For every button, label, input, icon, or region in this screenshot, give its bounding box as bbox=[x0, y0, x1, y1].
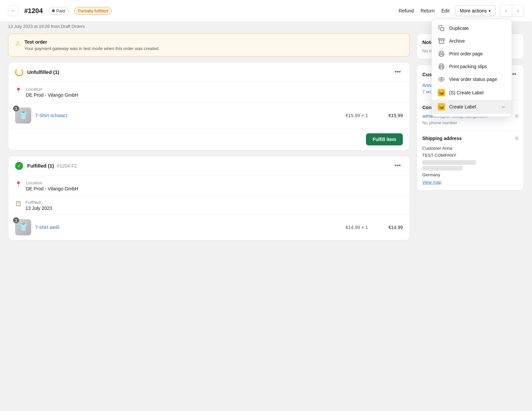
prev-icon: ‹ bbox=[505, 8, 507, 13]
create-label-icon: 📦 bbox=[438, 103, 445, 110]
fulfilled-icon: ✓ bbox=[15, 162, 23, 170]
fulfilled-date-info: Fulfilled 13 July 2023 bbox=[25, 200, 52, 211]
duplicate-label: Duplicate bbox=[449, 26, 469, 31]
print-slips-label: Print packing slips bbox=[449, 64, 487, 69]
fulfilled-quantity-badge: 1 bbox=[13, 217, 19, 223]
svg-point-5 bbox=[441, 79, 442, 80]
shipping-header: Shipping address ⎘ bbox=[422, 136, 518, 141]
fulfilled-ref: #1204-F2 bbox=[57, 163, 77, 169]
archive-label: Archive bbox=[449, 38, 465, 44]
tshirt-icon: 👕 bbox=[19, 111, 28, 120]
unfulfilled-product-name[interactable]: T-Shirt schwarz bbox=[35, 113, 341, 118]
unfulfilled-product-price: €15,99 × 1 bbox=[345, 113, 368, 118]
chevron-down-icon: ▾ bbox=[489, 9, 491, 13]
eye-icon bbox=[438, 76, 445, 82]
svg-rect-3 bbox=[440, 54, 443, 56]
addr-country: Germany bbox=[422, 172, 518, 179]
return-button[interactable]: Return bbox=[419, 6, 436, 15]
location-info: Location DE Prod - Vilango GmbH bbox=[26, 87, 78, 98]
fulfilled-more-button[interactable]: ••• bbox=[392, 162, 403, 170]
fulfilled-card: ✓ Fulfilled (1) #1204-F2 ••• 📍 Location … bbox=[8, 156, 410, 240]
fulfilled-location-info: Location DE Prod - Vilango GmbH bbox=[26, 180, 78, 191]
dropdown-duplicate[interactable]: Duplicate bbox=[432, 22, 512, 35]
next-order-button[interactable]: › bbox=[512, 5, 524, 17]
fulfilled-location-label: Location bbox=[26, 180, 78, 185]
paid-badge: Paid bbox=[48, 7, 69, 15]
order-date: 13 July 2023 at 19:26 from Draft Orders bbox=[8, 24, 85, 29]
fulfilled-product-name[interactable]: T-shirt weiß bbox=[35, 225, 341, 230]
more-actions-button[interactable]: More actions ▾ bbox=[455, 5, 496, 16]
back-button[interactable]: ← bbox=[8, 5, 19, 16]
location-label: Location bbox=[26, 87, 78, 92]
calendar-icon: 📋 bbox=[15, 200, 21, 207]
warning-title: Test order bbox=[24, 39, 160, 45]
header-actions: Refund Return Edit More actions ▾ ‹ › bbox=[397, 5, 524, 17]
shipping-title: Shipping address bbox=[422, 136, 462, 141]
back-icon: ← bbox=[11, 8, 16, 14]
fulfilled-date-row: 📋 Fulfilled 13 July 2023 bbox=[8, 196, 410, 215]
duplicate-icon bbox=[438, 25, 445, 31]
quantity-badge: 1 bbox=[13, 105, 19, 111]
dropdown-view-status[interactable]: View order status page bbox=[432, 73, 512, 86]
location-value: DE Prod - Vilango GmbH bbox=[26, 92, 78, 98]
arrow-indicator: ← bbox=[501, 103, 507, 110]
fulfill-button[interactable]: Fulfill item bbox=[366, 133, 403, 145]
dropdown-create-label[interactable]: 📦 Create Label ← bbox=[432, 100, 512, 114]
left-column: ⚠ Test order Your payment gateway was in… bbox=[8, 34, 410, 240]
addr-company: TEST COMPANY bbox=[422, 152, 518, 159]
fulfilled-date-label: Fulfilled bbox=[25, 200, 52, 205]
s-create-label-icon: 📦 bbox=[438, 89, 445, 96]
prev-order-button[interactable]: ‹ bbox=[500, 5, 512, 17]
s-create-label-text: (S) Create Label bbox=[449, 90, 484, 95]
page-wrapper: ← #1204 Paid Partially fulfilled Refund … bbox=[0, 0, 532, 411]
svg-rect-4 bbox=[440, 67, 443, 69]
view-status-label: View order status page bbox=[449, 77, 497, 82]
print-slips-icon bbox=[438, 63, 445, 70]
print-order-label: Print order page bbox=[449, 51, 483, 56]
location-icon: 📍 bbox=[15, 87, 22, 94]
order-number: #1204 bbox=[24, 7, 43, 15]
address-text: Customer Anna TEST COMPANY Germany bbox=[422, 145, 518, 178]
unfulfilled-product-total: €15,99 bbox=[383, 113, 403, 118]
warning-banner: ⚠ Test order Your payment gateway was in… bbox=[8, 34, 410, 57]
partial-badge: Partially fulfilled bbox=[74, 7, 112, 15]
dropdown-menu: Duplicate Archive Print order page bbox=[431, 19, 512, 117]
svg-rect-1 bbox=[439, 39, 444, 40]
product-image-wrapper: 👕 1 bbox=[15, 107, 31, 124]
paid-label: Paid bbox=[56, 8, 65, 13]
fulfilled-product-image-wrapper: 👕 1 bbox=[15, 219, 31, 235]
fulfilled-tshirt-icon: 👕 bbox=[19, 223, 28, 232]
fulfilled-location-value: DE Prod - Vilango GmbH bbox=[26, 186, 78, 191]
dropdown-print-slips[interactable]: Print packing slips bbox=[432, 60, 512, 73]
contact-phone: No phone number bbox=[422, 120, 518, 125]
fulfilled-card-header: ✓ Fulfilled (1) #1204-F2 ••• bbox=[8, 156, 410, 176]
view-map-link[interactable]: View map bbox=[422, 180, 441, 185]
addr-line2-blurred bbox=[422, 166, 463, 171]
copy-email-icon[interactable]: ⎘ bbox=[516, 113, 518, 119]
svg-rect-0 bbox=[441, 28, 444, 31]
more-actions-label: More actions bbox=[460, 8, 487, 13]
unfulfilled-card-header: Unfulfilled (1) ••• bbox=[8, 62, 410, 82]
archive-icon bbox=[438, 38, 445, 44]
unfulfilled-more-button[interactable]: ••• bbox=[392, 68, 403, 76]
warning-text: Your payment gateway was in test mode wh… bbox=[24, 46, 160, 51]
warning-content: Test order Your payment gateway was in t… bbox=[24, 39, 160, 51]
fulfilled-location-icon: 📍 bbox=[15, 181, 22, 187]
print-order-icon bbox=[438, 51, 445, 57]
warning-icon: ⚠ bbox=[15, 40, 20, 47]
unfulfilled-product-row: 👕 1 T-Shirt schwarz €15,99 × 1 €15,99 bbox=[8, 103, 410, 128]
unfulfilled-location-row: 📍 Location DE Prod - Vilango GmbH bbox=[8, 82, 410, 103]
edit-button[interactable]: Edit bbox=[440, 6, 451, 15]
create-label-text: Create Label bbox=[449, 104, 476, 109]
dropdown-s-create-label[interactable]: 📦 (S) Create Label bbox=[432, 86, 512, 100]
fulfilled-title: Fulfilled (1) #1204-F2 bbox=[27, 163, 388, 169]
dropdown-archive[interactable]: Archive bbox=[432, 35, 512, 47]
unfulfilled-card: Unfulfilled (1) ••• 📍 Location DE Prod -… bbox=[8, 62, 410, 150]
fulfilled-product-price: €14,99 × 1 bbox=[345, 225, 368, 230]
paid-dot bbox=[52, 9, 55, 12]
dropdown-print-order[interactable]: Print order page bbox=[432, 47, 512, 60]
refund-button[interactable]: Refund bbox=[397, 6, 415, 15]
addr-line1-blurred bbox=[422, 160, 476, 165]
copy-address-icon[interactable]: ⎘ bbox=[516, 136, 518, 141]
unfulfilled-title: Unfulfilled (1) bbox=[27, 69, 388, 75]
